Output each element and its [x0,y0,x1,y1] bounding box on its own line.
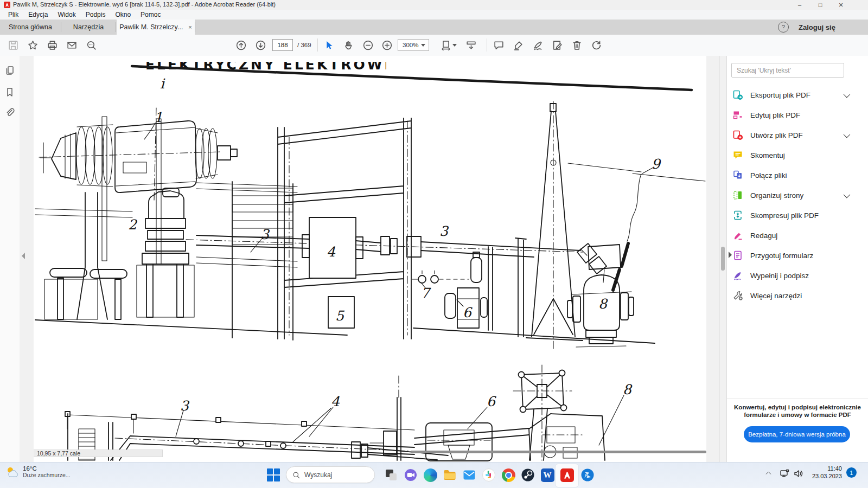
acrobat-app-icon [4,2,10,8]
tool-prepare-form[interactable]: Przygotuj formularz [732,246,855,265]
print-icon[interactable] [43,36,61,54]
delete-pages-icon[interactable] [568,36,585,54]
free-trial-button[interactable]: Bezpłatna, 7-dniowa wersja próbna [744,426,850,442]
tool-organize-pages[interactable]: Organizuj strony [732,186,855,204]
menu-bar: Plik Edycja Widok Podpis Okno Pomoc [0,10,868,20]
tool-export-pdf[interactable]: Eksportuj plik PDF [732,86,855,104]
search-tool-icon[interactable] [82,36,100,54]
horizontal-scrollbar[interactable] [411,451,706,453]
tab-document[interactable]: Pawlik M. Strzelczy... × [117,20,195,35]
stamp-export-icon[interactable] [548,36,566,54]
tray-date: 23.03.2023 [806,473,842,480]
figure-label: 2 [128,217,138,233]
page-number-input[interactable] [272,39,293,51]
previous-page-icon[interactable] [232,36,250,54]
minimize-button[interactable]: – [789,0,810,10]
tool-create-pdf[interactable]: Utwórz plik PDF [732,126,855,144]
tool-fill-sign[interactable]: Wypełnij i podpisz [732,266,855,285]
tray-show-hidden-icon[interactable] [765,470,772,478]
maximize-button[interactable]: □ [810,0,831,10]
tray-clock[interactable]: 11:40 23.03.2023 [806,465,842,480]
chevron-down-icon[interactable] [844,91,851,98]
figure-label: 3 [260,227,270,242]
tab-close-icon[interactable]: × [188,24,192,30]
tool-more-tools[interactable]: Więcej narzędzi [732,286,855,305]
collapse-panel-icon[interactable] [729,252,732,258]
tools-search-box[interactable] [731,63,844,78]
promo-divider [727,399,868,399]
save-icon[interactable] [4,36,22,54]
edge-browser-icon[interactable] [421,466,439,484]
help-icon[interactable]: ? [778,22,789,33]
weather-temp: 16°C [23,465,71,472]
menu-edycja[interactable]: Edycja [23,10,53,20]
menu-plik[interactable]: Plik [3,10,23,20]
volume-icon[interactable] [793,468,803,480]
figure-label: 8 [623,382,633,397]
figure-heading-fragment: ELEKTRYCZNY ELEKTROWNI [145,57,405,73]
tool-redact[interactable]: Redaguj [732,226,855,245]
menu-pomoc[interactable]: Pomoc [136,10,165,20]
figure-label: 5 [335,308,345,324]
comment-icon[interactable] [490,36,507,54]
attachments-icon[interactable] [4,107,15,118]
acrobat-taskbar-icon[interactable] [558,466,576,484]
network-display-icon[interactable] [780,468,790,480]
blue-pinwheel-app-icon[interactable] [578,466,597,484]
notification-badge[interactable]: 1 [846,467,857,478]
page-thumbnails-icon[interactable] [4,65,15,76]
tools-search-input[interactable] [732,63,844,77]
zoom-out-icon[interactable] [359,36,376,54]
zoom-in-icon[interactable] [378,36,395,54]
figure-label: 6 [487,394,496,409]
menu-okno[interactable]: Okno [110,10,136,20]
word-icon[interactable]: W [538,466,557,484]
email-icon[interactable] [63,36,80,54]
teams-chat-icon[interactable] [401,466,420,484]
menu-podpis[interactable]: Podpis [81,10,111,20]
figure-label: 3 [180,398,190,414]
vertical-scrollbar-thumb[interactable] [721,247,725,271]
tool-comment[interactable]: Skomentuj [732,146,855,164]
next-page-icon[interactable] [252,36,269,54]
tab-tools[interactable]: Narzędzia [61,20,116,35]
acrobat-reader-window: Pawlik M, Strzelczyk S - Elektrownie. wy… [0,0,868,488]
hand-tool-icon[interactable] [340,36,357,54]
page-size-status: 10,95 x 7,77 cale [34,450,163,457]
overlapping-squares-app-icon[interactable] [382,466,400,484]
organize-pages-icon [732,190,743,201]
create-pdf-icon [732,130,743,140]
highlight-icon[interactable] [509,36,527,54]
taskbar-search-label: Wyszukaj [304,471,332,479]
fit-width-icon[interactable] [462,36,480,54]
taskbar-search[interactable]: Wyszukaj [286,466,375,483]
stray-mark: i [160,76,165,92]
zoom-level-select[interactable]: 300% [398,39,429,51]
tab-home[interactable]: Strona główna [0,20,61,35]
chevron-down-icon[interactable] [844,131,851,138]
file-explorer-icon[interactable] [441,466,459,484]
previous-view-arrow-icon[interactable] [22,253,25,259]
sign-in-link[interactable]: Zaloguj się [799,23,835,31]
more-tools-icon [732,290,743,301]
mail-icon[interactable] [460,466,478,484]
weather-desc: Duże zachmurze... [23,472,71,478]
steam-icon[interactable] [519,466,537,484]
start-button[interactable] [267,468,280,481]
chrome-icon[interactable] [499,466,518,484]
fit-one-page-icon[interactable] [437,36,460,54]
tool-compress-pdf[interactable]: Skompresuj plik PDF [732,206,855,224]
rotate-icon[interactable] [588,36,605,54]
menu-widok[interactable]: Widok [53,10,80,20]
select-tool-icon[interactable] [320,36,337,54]
tool-edit-pdf[interactable]: Edytuj plik PDF [732,106,855,124]
bookmarks-icon[interactable] [4,87,15,98]
taskbar-weather-widget[interactable]: 16°C Duże zachmurze... [4,464,71,479]
star-favorites-icon[interactable] [24,36,41,54]
slack-icon[interactable] [480,466,498,484]
chevron-down-icon[interactable] [844,191,851,198]
close-button[interactable]: ✕ [831,0,851,10]
tool-combine-files[interactable]: Połącz pliki [732,166,855,184]
figure-label: 1 [154,110,163,125]
sign-icon[interactable] [529,36,546,54]
